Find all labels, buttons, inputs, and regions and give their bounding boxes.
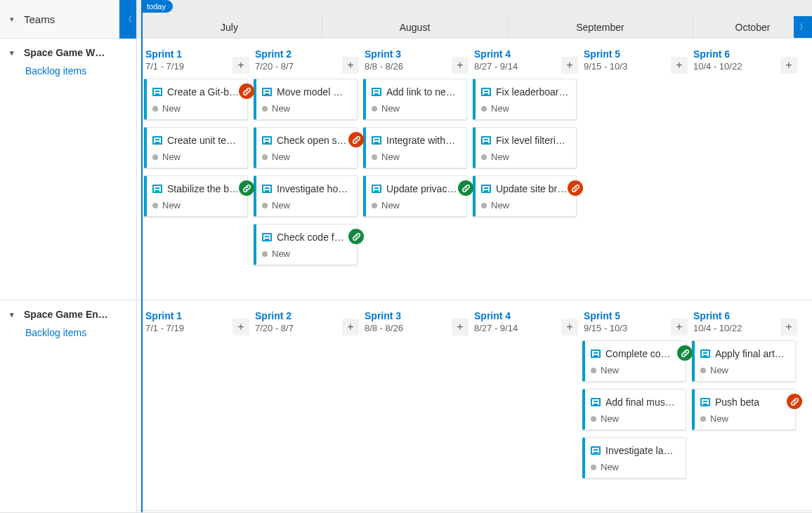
add-item-button[interactable]: + — [671, 57, 688, 74]
work-item-card[interactable]: Check open s…New — [254, 127, 358, 168]
pbi-icon — [481, 88, 491, 96]
work-item-card[interactable]: Push betaNew — [692, 389, 796, 430]
work-item-card[interactable]: Create a Git-b…New — [144, 79, 248, 120]
work-item-card[interactable]: Update privac…New — [363, 175, 467, 217]
collapse-sidebar-button[interactable]: 〈 — [119, 0, 136, 39]
link-badge-icon[interactable] — [568, 180, 583, 196]
card-title: Move model … — [277, 86, 343, 98]
card-title: Check code f… — [277, 232, 344, 243]
work-item-card[interactable]: Add final mus…New — [582, 389, 686, 430]
card-title: Create unit te… — [167, 135, 236, 146]
add-item-button[interactable]: + — [671, 319, 688, 335]
work-item-card[interactable]: Complete co…New — [582, 340, 686, 382]
card-status: New — [481, 152, 569, 162]
card-status: New — [700, 365, 788, 375]
state-dot-icon — [372, 106, 377, 112]
plus-icon: + — [237, 59, 244, 72]
pbi-icon — [591, 446, 601, 455]
add-item-button[interactable]: + — [561, 319, 578, 335]
work-item-card[interactable]: Move model …New — [254, 79, 358, 120]
card-state: New — [601, 365, 619, 375]
teams-sidebar: ▾ Teams 〈 ▾ Space Game W… Backlog items … — [0, 0, 137, 512]
plus-icon: + — [457, 59, 463, 72]
sprint-header: Sprint 610/4 - 10/22+ — [692, 46, 801, 79]
add-item-button[interactable]: + — [452, 319, 469, 335]
pbi-icon — [262, 233, 272, 241]
add-item-button[interactable]: + — [780, 319, 797, 335]
work-item-card[interactable]: Fix level filteri…New — [473, 127, 577, 168]
card-state: New — [381, 103, 400, 114]
state-dot-icon — [372, 203, 377, 208]
add-item-button[interactable]: + — [233, 319, 249, 335]
month-august: August — [322, 16, 507, 38]
sprint-column: Sprint 38/8 - 8/26+Add link to ne…NewInt… — [363, 46, 473, 272]
add-item-button[interactable]: + — [342, 57, 359, 74]
link-badge-icon[interactable] — [787, 394, 802, 409]
work-item-card[interactable]: Check code f…New — [254, 224, 358, 265]
sprint-column: Sprint 48/27 - 9/14+ — [473, 307, 582, 486]
plus-icon: + — [347, 59, 353, 72]
card-title: Create a Git-b… — [167, 86, 239, 98]
team-2-swimlane: Sprint 17/1 - 7/19+Sprint 27/20 - 8/7+Sp… — [137, 300, 812, 511]
work-item-card[interactable]: Investigate la…New — [582, 437, 686, 479]
today-marker[interactable]: today — [141, 0, 173, 13]
sprint-header: Sprint 38/8 - 8/26+ — [363, 46, 473, 79]
state-dot-icon — [700, 368, 706, 373]
work-item-card[interactable]: Add link to ne…New — [363, 79, 467, 120]
link-badge-icon[interactable] — [348, 132, 364, 147]
work-item-card[interactable]: Apply final art…New — [692, 340, 796, 382]
card-state: New — [710, 413, 728, 424]
add-item-button[interactable]: + — [780, 57, 797, 74]
pbi-icon — [152, 185, 162, 193]
link-badge-icon[interactable] — [348, 229, 364, 244]
card-state: New — [601, 413, 619, 424]
add-item-button[interactable]: + — [233, 57, 249, 74]
work-item-card[interactable]: Stabilize the b…New — [144, 175, 248, 217]
work-item-card[interactable]: Integrate with…New — [363, 127, 467, 168]
card-state: New — [272, 103, 290, 114]
today-line — [141, 0, 143, 512]
team-1-toggle[interactable]: ▾ Space Game W… — [10, 47, 129, 58]
add-item-button[interactable]: + — [342, 319, 359, 335]
link-badge-icon[interactable] — [677, 345, 693, 361]
state-dot-icon — [481, 203, 487, 208]
card-title: Investigate la… — [605, 445, 674, 456]
team-2-backlog-link[interactable]: Backlog items — [25, 327, 129, 338]
scroll-right-button[interactable]: 〉 — [794, 16, 812, 38]
timeline-header: July August September October 〉 — [137, 0, 812, 39]
work-item-card[interactable]: Fix leaderboar…New — [473, 79, 577, 120]
card-state: New — [162, 103, 181, 114]
plus-icon: + — [676, 321, 682, 333]
add-item-button[interactable]: + — [452, 57, 469, 74]
work-item-card[interactable]: Update site br…New — [473, 175, 577, 217]
add-item-button[interactable]: + — [561, 57, 578, 74]
sprint-column: Sprint 610/4 - 10/22+Apply final art…New… — [692, 307, 801, 486]
team-2-toggle[interactable]: ▾ Space Game En… — [10, 309, 129, 320]
sprint-header: Sprint 59/15 - 10/3+ — [582, 307, 692, 340]
link-badge-icon[interactable] — [239, 84, 254, 99]
pbi-icon — [262, 88, 272, 96]
card-title: Add final mus… — [605, 397, 675, 408]
state-dot-icon — [481, 154, 487, 160]
state-dot-icon — [262, 203, 268, 208]
today-label: today — [141, 0, 173, 13]
chevron-down-icon[interactable]: ▾ — [10, 15, 17, 24]
card-status: New — [262, 152, 350, 162]
pbi-icon — [262, 136, 272, 145]
card-state: New — [491, 103, 509, 114]
pbi-icon — [481, 185, 491, 193]
work-item-card[interactable]: Create unit te…New — [144, 127, 248, 168]
card-state: New — [491, 152, 509, 162]
plus-icon: + — [676, 59, 682, 72]
sprint-column: Sprint 610/4 - 10/22+ — [692, 46, 801, 272]
link-badge-icon[interactable] — [239, 180, 254, 196]
work-item-card[interactable]: Investigate ho…New — [254, 175, 358, 217]
sprint-header: Sprint 59/15 - 10/3+ — [582, 46, 692, 79]
link-badge-icon[interactable] — [458, 180, 473, 196]
card-state: New — [272, 200, 290, 211]
delivery-plan-board: ▾ Teams 〈 ▾ Space Game W… Backlog items … — [0, 0, 812, 513]
team-1-backlog-link[interactable]: Backlog items — [25, 65, 129, 76]
card-status: New — [481, 103, 569, 114]
pbi-icon — [372, 185, 381, 193]
pbi-icon — [152, 88, 162, 96]
